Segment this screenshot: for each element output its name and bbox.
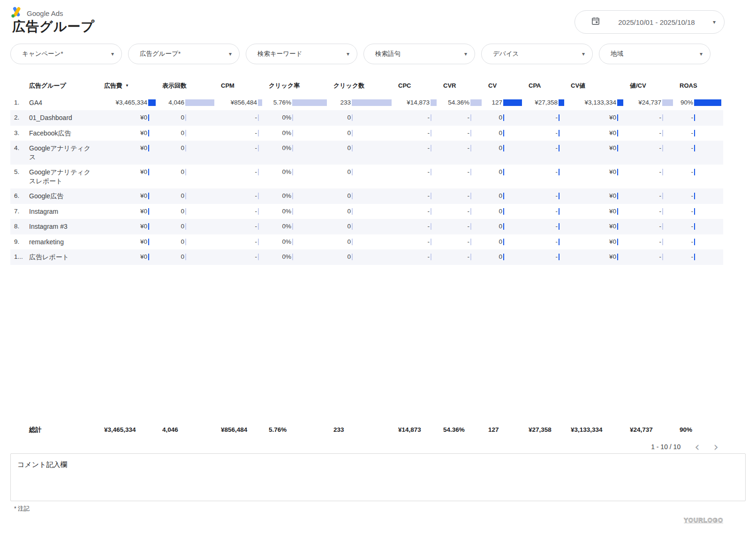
cell-cvr: - — [443, 126, 488, 141]
column-header-cpc[interactable]: CPC — [398, 78, 443, 95]
bar-cost — [148, 130, 149, 136]
column-header-cvr[interactable]: CVR — [443, 78, 488, 95]
row-index: 9. — [10, 234, 29, 250]
filter-label: キャンペーン* — [22, 50, 111, 58]
row-name: Googleアナリティクスレポート — [29, 165, 104, 188]
brand-name: Google Ads — [27, 9, 63, 17]
bar-cpa — [559, 145, 559, 151]
bar-ctr — [292, 114, 293, 121]
cell-cpm: - — [221, 110, 269, 126]
cell-cv: 0 — [488, 110, 529, 126]
bar-cv — [503, 130, 504, 136]
chevron-down-icon: ▾ — [111, 51, 114, 57]
column-header-impressions[interactable]: 表示回数 — [162, 78, 221, 95]
cell-value_per_cv: ¥24,737 — [630, 95, 680, 111]
page-title: 広告グループ — [12, 18, 95, 36]
bar-ctr — [292, 145, 293, 151]
cell-clicks: 0 — [333, 204, 398, 219]
cell-cpm: - — [221, 141, 269, 156]
cell-ctr: 0% — [269, 141, 333, 156]
bar-ctr — [292, 193, 293, 199]
cell-value_per_cv: - — [630, 249, 680, 265]
cell-clicks: 0 — [333, 110, 398, 126]
row-name: 01_Dashboard — [29, 110, 104, 126]
next-page-button[interactable]: › — [714, 442, 718, 451]
filter-pill-5[interactable]: デバイス▾ — [481, 44, 593, 64]
bar-cv — [503, 99, 522, 106]
column-header-clicks[interactable]: クリック数 — [333, 78, 398, 95]
cell-cvr: - — [443, 188, 488, 204]
column-header-name[interactable]: 広告グループ — [29, 78, 104, 95]
cell-value_per_cv: - — [630, 219, 680, 234]
filter-pill-3[interactable]: 検索キーワード▾ — [246, 44, 357, 64]
cell-cv: 0 — [488, 141, 529, 156]
bar-cost — [148, 208, 149, 215]
date-range-picker[interactable]: 2025/10/01 - 2025/10/18 ▾ — [575, 10, 725, 34]
cell-roas: - — [680, 165, 723, 180]
column-header-value_per_cv[interactable]: 値/CV — [630, 78, 680, 95]
bar-impressions — [185, 193, 186, 199]
cell-value_per_cv: - — [630, 110, 680, 126]
bar-value_per_cv — [662, 223, 663, 230]
filter-pill-4[interactable]: 検索語句▾ — [363, 44, 475, 64]
bar-cpa — [559, 223, 559, 230]
filter-pill-1[interactable]: キャンペーン*▾ — [10, 44, 122, 64]
row-index: 3. — [10, 126, 29, 141]
comment-input[interactable]: コメント記入欄 — [10, 453, 746, 501]
filter-pill-6[interactable]: 地域▾ — [599, 44, 711, 64]
column-header-cost[interactable]: 広告費▼ — [104, 78, 162, 95]
cell-ctr: 0% — [269, 126, 333, 141]
column-header-cv_value[interactable]: CV値 — [571, 78, 630, 95]
cell-cpa: - — [529, 204, 571, 219]
cell-cpm: - — [221, 219, 269, 234]
cell-cpm: ¥856,484 — [221, 95, 269, 111]
bar-impressions — [185, 208, 186, 215]
cell-cv: 0 — [488, 165, 529, 180]
cell-cpc: - — [398, 110, 443, 126]
bar-clicks — [352, 145, 353, 151]
bar-cv — [503, 169, 504, 175]
cell-cpc: - — [398, 126, 443, 141]
cell-cv_value: ¥0 — [571, 110, 630, 126]
cell-cv: 127 — [488, 95, 529, 111]
column-header-cpa[interactable]: CPA — [529, 78, 571, 95]
cell-ctr: 5.76% — [269, 95, 333, 111]
bar-cpc — [431, 223, 431, 230]
row-name: GA4 — [29, 95, 104, 111]
cell-cost: ¥0 — [104, 204, 162, 219]
bar-roas — [694, 193, 695, 199]
column-header-roas[interactable]: ROAS — [680, 78, 723, 95]
bar-roas — [694, 223, 695, 230]
bar-roas — [694, 254, 695, 260]
cell-clicks: 0 — [333, 126, 398, 141]
filter-pill-2[interactable]: 広告グループ*▾ — [128, 44, 240, 64]
bar-cpa — [559, 130, 559, 136]
bar-ctr — [292, 223, 293, 230]
column-header-ctr[interactable]: クリック率 — [269, 78, 333, 95]
cell-clicks: 0 — [333, 141, 398, 156]
bar-value_per_cv — [662, 239, 663, 245]
bar-cv — [503, 239, 504, 245]
table-row: 6.Google広告¥00-0%0--0-¥0-- — [10, 188, 723, 204]
table-row: 9.remarketing¥00-0%0--0-¥0-- — [10, 234, 723, 250]
total-ctr: 5.76% — [269, 422, 333, 438]
row-index: 1... — [10, 249, 29, 265]
bar-cvr — [470, 169, 471, 175]
cell-cv: 0 — [488, 234, 529, 250]
prev-page-button[interactable]: ‹ — [695, 442, 699, 451]
row-name: 広告レポート — [29, 249, 104, 265]
cell-cv_value: ¥0 — [571, 204, 630, 219]
bar-value_per_cv — [662, 193, 663, 199]
bar-cv_value — [617, 208, 618, 215]
header-index — [10, 78, 29, 86]
total-value_per_cv: ¥24,737 — [630, 422, 680, 438]
filter-label: 検索語句 — [375, 50, 464, 58]
cell-cpa: - — [529, 188, 571, 204]
bar-impressions — [185, 223, 186, 230]
cell-cpc: - — [398, 165, 443, 180]
column-header-cv[interactable]: CV — [488, 78, 529, 95]
bar-cv_value — [617, 254, 618, 260]
cell-cpa: - — [529, 110, 571, 126]
cell-cv_value: ¥0 — [571, 126, 630, 141]
column-header-cpm[interactable]: CPM — [221, 78, 269, 95]
